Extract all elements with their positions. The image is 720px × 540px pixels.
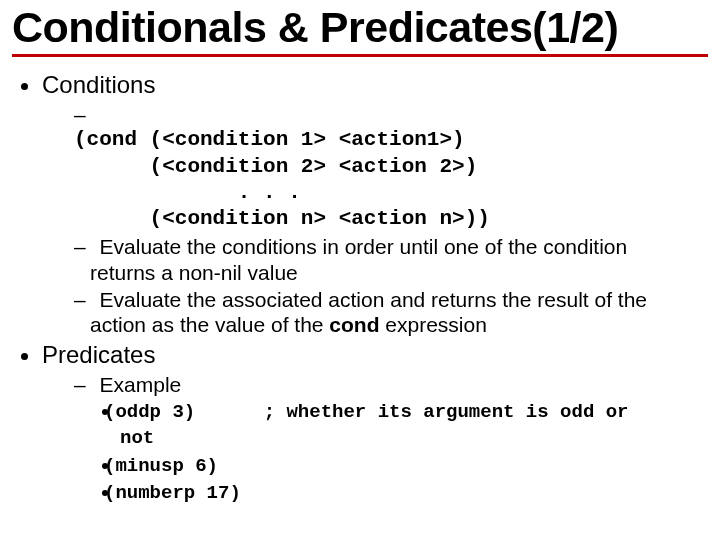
code-line2: (<condition 2> <action 2>) <box>90 154 708 180</box>
cond-rule-1a: Evaluate the conditions in order until o… <box>100 235 628 258</box>
predicates-example-head: Example (oddp 3) ; whether its argument … <box>74 372 708 506</box>
numberp-code: (numberp 17) <box>104 482 241 504</box>
predicates-examples: (oddp 3) ; whether its argument is odd o… <box>90 399 708 506</box>
cond-syntax: (cond (<condition 1> <action1>) (<condit… <box>74 102 708 232</box>
slide: { "title": "Conditionals & Predicates(1/… <box>0 0 720 540</box>
predicates-sublist: Example (oddp 3) ; whether its argument … <box>42 372 708 506</box>
cond-rule-1: Evaluate the conditions in order until o… <box>74 234 708 284</box>
cond-rule-1b: returns a non-nil value <box>90 261 298 284</box>
example-minusp: (minusp 6) <box>120 453 708 479</box>
minusp-code: (minusp 6) <box>104 455 218 477</box>
bullet-conditions-label: Conditions <box>42 71 155 98</box>
cond-rule-2b: action as the value of the <box>90 313 329 336</box>
oddp-code: (oddp 3) ; whether its argument is odd o… <box>104 401 629 449</box>
example-oddp: (oddp 3) ; whether its argument is odd o… <box>120 399 708 451</box>
code-line3: . . . <box>90 180 708 206</box>
code-line4: (<condition n> <action n>)) <box>90 206 708 232</box>
cond-rule-2a: Evaluate the associated action and retur… <box>100 288 648 311</box>
title-wrap: Conditionals & Predicates(1/2) <box>12 0 708 67</box>
cond-rule-2: Evaluate the associated action and retur… <box>74 287 708 337</box>
cond-keyword: cond <box>329 313 379 336</box>
cond-rule-2c: expression <box>380 313 487 336</box>
example-label: Example <box>100 373 182 396</box>
example-numberp: (numberp 17) <box>120 480 708 506</box>
slide-title: Conditionals & Predicates(1/2) <box>12 2 708 57</box>
bullet-conditions: Conditions (cond (<condition 1> <action1… <box>42 71 708 337</box>
bullet-predicates: Predicates Example (oddp 3) ; whether it… <box>42 341 708 506</box>
code-line1: (cond (<condition 1> <action1>) <box>90 127 708 153</box>
conditions-sublist: (cond (<condition 1> <action1>) (<condit… <box>42 102 708 337</box>
bullet-predicates-label: Predicates <box>42 341 155 368</box>
bullet-list-level1: Conditions (cond (<condition 1> <action1… <box>12 71 708 506</box>
